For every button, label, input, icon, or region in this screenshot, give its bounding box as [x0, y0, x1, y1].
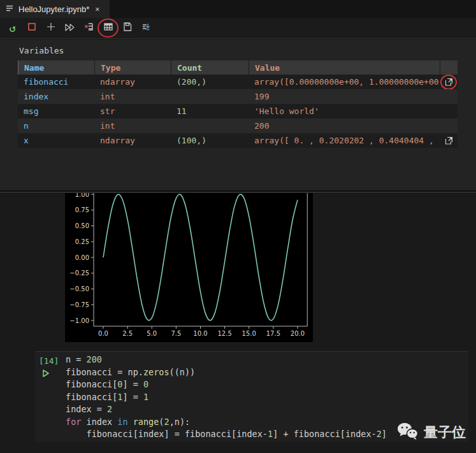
- insert-cell-button[interactable]: [42, 20, 59, 36]
- svg-text:10.0: 10.0: [193, 330, 207, 337]
- table-row[interactable]: msgstr11'Hello world': [18, 104, 458, 119]
- export-button[interactable]: [138, 20, 155, 36]
- svg-text:0.00: 0.00: [75, 254, 89, 261]
- execution-count: [14]: [39, 356, 59, 366]
- cell-name: msg: [18, 104, 94, 119]
- cell-count: [171, 89, 249, 104]
- cell-count: (100,): [171, 133, 249, 148]
- cell-name: fibonacci: [18, 75, 94, 89]
- tab-hellojupyter[interactable]: HelloJupyter.ipynb* ✕: [0, 0, 110, 18]
- restart-kernel-button[interactable]: ↺: [4, 20, 21, 36]
- table-row[interactable]: xndarray(100,)array([ 0. , 0.2020202 , 0…: [18, 133, 458, 148]
- cell-value: 200: [249, 119, 440, 133]
- cell-value: array([ 0. , 0.2020202 , 0.4040404 ,: [249, 133, 440, 148]
- svg-text:7.5: 7.5: [171, 330, 181, 337]
- notebook-toolbar: ↺: [0, 18, 476, 39]
- tab-title: HelloJupyter.ipynb*: [18, 4, 89, 14]
- play-icon: [43, 370, 48, 377]
- save-icon: [122, 22, 133, 34]
- open-external-icon: [444, 136, 454, 145]
- variables-panel: Variables Name Type Count Value fibonacc…: [0, 40, 476, 191]
- wechat-icon: [397, 422, 419, 443]
- run-all-button[interactable]: [61, 20, 78, 36]
- plus-icon: [46, 22, 56, 34]
- export-icon: [141, 22, 152, 34]
- variables-panel-title: Variables: [19, 46, 64, 55]
- run-cell-button[interactable]: [41, 368, 50, 377]
- restart-icon: ↺: [9, 23, 15, 34]
- actions-cell: [440, 133, 458, 148]
- code-line: fibonacci = np.zeros((n)): [66, 366, 465, 379]
- variables-table-body: fibonaccindarray(200,)array([0.00000000e…: [18, 75, 458, 148]
- column-header-name[interactable]: Name: [18, 61, 94, 75]
- svg-text:1.00: 1.00: [75, 193, 89, 198]
- svg-text:−1.00: −1.00: [69, 317, 89, 324]
- interrupt-kernel-button[interactable]: [23, 20, 40, 36]
- code-line: fibonacci[1] = 1: [66, 391, 465, 404]
- cell-name: index: [18, 89, 94, 104]
- save-button[interactable]: [119, 20, 136, 36]
- column-header-value[interactable]: Value: [249, 61, 440, 75]
- clear-outputs-icon: [84, 22, 94, 34]
- variables-table: Name Type Count Value fibonaccindarray(2…: [18, 61, 458, 148]
- code-line: n = 200: [66, 354, 465, 366]
- cell-name: x: [18, 133, 94, 148]
- cell-value: array([0.00000000e+00, 1.00000000e+00: [249, 75, 440, 89]
- watermark: 量子位: [397, 422, 466, 443]
- variables-button[interactable]: [99, 20, 117, 36]
- open-in-data-viewer-button[interactable]: [444, 77, 454, 87]
- cell-count: 11: [171, 104, 249, 119]
- code-line: fibonacci[0] = 0: [66, 378, 465, 391]
- svg-text:−0.25: −0.25: [69, 270, 89, 277]
- svg-text:2.5: 2.5: [122, 330, 133, 337]
- cell-gutter: [14]: [39, 354, 66, 366]
- code-line: index = 2: [66, 403, 465, 416]
- watermark-text: 量子位: [424, 423, 466, 442]
- cell-type: str: [94, 104, 171, 119]
- clear-outputs-button[interactable]: [80, 20, 97, 36]
- svg-text:5.0: 5.0: [147, 330, 157, 337]
- svg-text:−0.50: −0.50: [69, 285, 89, 292]
- actions-cell: [440, 104, 458, 119]
- svg-text:0.75: 0.75: [75, 206, 89, 213]
- run-all-icon: [64, 22, 76, 34]
- notebook-editor: 0.02.55.07.510.012.515.017.520.01.000.75…: [0, 193, 476, 453]
- table-row[interactable]: fibonaccindarray(200,)array([0.00000000e…: [18, 75, 458, 89]
- vscode-window: HelloJupyter.ipynb* ✕ ↺: [0, 0, 476, 453]
- close-icon[interactable]: ✕: [95, 4, 99, 13]
- column-header-actions: [440, 61, 458, 75]
- variables-table-icon: [103, 22, 113, 34]
- svg-text:20.0: 20.0: [291, 330, 305, 337]
- open-external-icon: [444, 77, 454, 87]
- matplotlib-output-image: 0.02.55.07.510.012.515.017.520.01.000.75…: [65, 193, 313, 342]
- cell-name: n: [18, 119, 94, 133]
- cell-count: [171, 119, 249, 133]
- svg-text:12.5: 12.5: [217, 330, 231, 337]
- table-row[interactable]: indexint199: [18, 89, 458, 104]
- actions-cell: [440, 75, 458, 89]
- stop-icon: [27, 22, 37, 34]
- cell-type: ndarray: [94, 133, 171, 148]
- column-header-count[interactable]: Count: [171, 61, 249, 75]
- panel-resize-sash[interactable]: [0, 191, 476, 192]
- svg-text:−0.75: −0.75: [69, 301, 89, 308]
- variables-table-header: Name Type Count Value: [18, 61, 458, 75]
- column-header-type[interactable]: Type: [94, 61, 171, 75]
- actions-cell: [440, 119, 458, 133]
- table-row[interactable]: nint200: [18, 119, 458, 133]
- svg-text:17.5: 17.5: [266, 330, 280, 337]
- cell-count: (200,): [171, 75, 249, 89]
- notebook-file-icon: [5, 3, 14, 15]
- svg-text:15.0: 15.0: [242, 330, 256, 337]
- tab-bar: HelloJupyter.ipynb* ✕: [0, 0, 476, 18]
- svg-text:0.25: 0.25: [75, 238, 89, 245]
- cell-value: 'Hello world': [249, 104, 440, 119]
- actions-cell: [440, 89, 458, 104]
- svg-text:0.50: 0.50: [75, 222, 89, 229]
- cell-type: ndarray: [94, 75, 171, 89]
- cell-value: 199: [249, 89, 440, 104]
- cell-type: int: [94, 89, 171, 104]
- cell-type: int: [94, 119, 171, 133]
- svg-text:0.0: 0.0: [98, 330, 108, 337]
- open-in-data-viewer-button[interactable]: [444, 136, 454, 146]
